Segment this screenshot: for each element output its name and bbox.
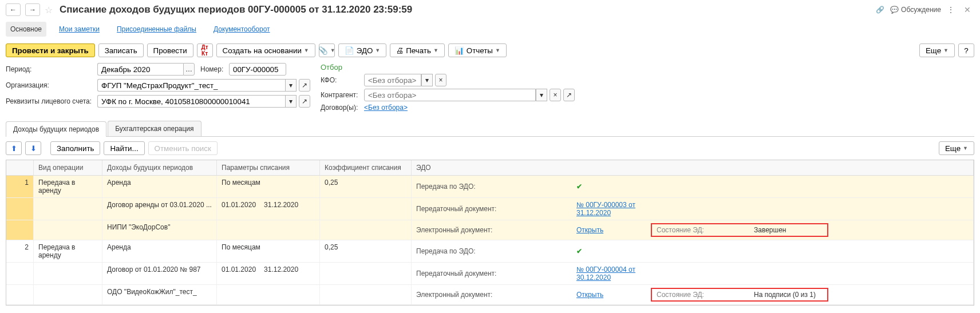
help-button[interactable]: ?	[958, 43, 974, 57]
kfo-dropdown-button[interactable]: ▾	[421, 74, 433, 86]
number-label: Номер:	[200, 65, 229, 73]
discussion-button[interactable]: 💬 Обсуждение	[890, 6, 941, 14]
period-input[interactable]	[97, 63, 183, 76]
tab-attached-files[interactable]: Присоединенные файлы	[112, 22, 201, 37]
col-coef: Коэффициент списания	[320, 160, 412, 175]
post-and-close-button[interactable]: Провести и закрыть	[6, 43, 95, 57]
counterparty-clear-button[interactable]: ×	[550, 89, 561, 101]
edo-button[interactable]: 📄 ЭДО▼	[338, 43, 386, 57]
row-number: 1	[6, 176, 34, 197]
row-date-from: 01.01.2020	[222, 201, 256, 217]
reports-button[interactable]: 📊 Отчеты▼	[448, 43, 507, 57]
row-date-to: 31.12.2020	[264, 201, 298, 217]
find-button[interactable]: Найти...	[104, 141, 144, 155]
account-input[interactable]	[97, 95, 285, 108]
e-doc-open-link[interactable]: Открыть	[576, 291, 603, 299]
transfer-doc-link[interactable]: № 00ГУ-000003 от 31.12.2020	[576, 201, 635, 217]
row-operation: Передача в аренду	[34, 240, 102, 262]
table-row[interactable]: Договор аренды от 03.01.2020 ... 01.01.2…	[6, 198, 974, 220]
org-input[interactable]	[97, 79, 285, 92]
row-coef: 0,25	[320, 240, 412, 262]
ed-state-label: Состояние ЭД:	[657, 226, 754, 234]
row-income-line: НИПИ "ЭкоДорСов"	[102, 220, 217, 240]
tab-future-incomes[interactable]: Доходы будущих периодов	[6, 121, 106, 137]
row-operation: Передача в аренду	[34, 176, 102, 197]
e-doc-label: Электронный документ:	[416, 291, 576, 299]
move-down-button[interactable]: ⬇	[25, 141, 41, 155]
ed-state-label: Состояние ЭД:	[657, 291, 754, 299]
counterparty-label: Контрагент:	[321, 91, 361, 99]
row-date-from: 01.01.2020	[222, 266, 256, 282]
attach-button[interactable]: 📎▼	[319, 43, 335, 57]
account-dropdown-button[interactable]: ▾	[285, 95, 297, 108]
tab-main[interactable]: Основное	[6, 22, 46, 37]
period-label: Период:	[6, 65, 97, 73]
move-up-button[interactable]: ⬆	[6, 141, 22, 155]
counterparty-input[interactable]	[364, 89, 536, 101]
row-coef: 0,25	[320, 176, 412, 197]
data-table: Вид операции Доходы будущих периодов Пар…	[6, 160, 974, 306]
kebab-menu-icon[interactable]: ⋮	[947, 5, 955, 14]
ed-state-box: Состояние ЭД: На подписи (0 из 1)	[651, 288, 828, 302]
transfer-doc-link[interactable]: № 00ГУ-000004 от 30.12.2020	[576, 266, 635, 282]
kfo-clear-button[interactable]: ×	[435, 74, 446, 86]
edo-checkbox-icon: ✔	[576, 247, 651, 255]
period-picker-button[interactable]: …	[183, 63, 195, 76]
save-button[interactable]: Записать	[98, 43, 144, 57]
tab-docflow[interactable]: Документооборот	[209, 22, 275, 37]
counterparty-dropdown-button[interactable]: ▾	[536, 89, 547, 101]
row-param-mode: По месяцам	[217, 240, 320, 262]
col-operation: Вид операции	[34, 160, 102, 175]
org-dropdown-button[interactable]: ▾	[285, 79, 297, 92]
reports-label: Отчеты	[467, 46, 493, 55]
close-button[interactable]: ✕	[961, 5, 974, 14]
row-income-line: Аренда	[102, 176, 217, 197]
table-row[interactable]: 1 Передача в аренду Аренда По месяцам 0,…	[6, 176, 974, 198]
kfo-input[interactable]	[364, 74, 421, 86]
number-input[interactable]	[229, 63, 286, 76]
row-income-line: ОДО "ВидеоКожЖил"_тест_	[102, 285, 217, 304]
favorite-star-icon[interactable]: ☆	[45, 5, 53, 15]
e-doc-open-link[interactable]: Открыть	[576, 226, 603, 234]
filter-title: Отбор	[321, 63, 575, 72]
table-row[interactable]: ОДО "ВидеоКожЖил"_тест_ Электронный доку…	[6, 285, 974, 305]
link-icon[interactable]: 🔗	[876, 6, 884, 14]
create-based-button[interactable]: Создать на основании▼	[216, 43, 315, 57]
edo-checkbox-icon: ✔	[576, 183, 651, 191]
tab-my-notes[interactable]: Мои заметки	[54, 22, 104, 37]
edo-transfer-label: Передача по ЭДО:	[416, 183, 576, 191]
col-number	[6, 160, 34, 175]
row-param-mode: По месяцам	[217, 176, 320, 197]
table-row[interactable]: Договор от 01.01.2020 № 987 01.01.202031…	[6, 263, 974, 285]
more-button[interactable]: Еще▼	[919, 43, 955, 57]
fill-button[interactable]: Заполнить	[50, 141, 100, 155]
discussion-label: Обсуждение	[901, 6, 941, 14]
org-open-button[interactable]: ↗	[299, 79, 310, 92]
edo-transfer-label: Передача по ЭДО:	[416, 247, 576, 255]
tab-accounting-operation[interactable]: Бухгалтерская операция	[108, 121, 201, 136]
edo-label: ЭДО	[357, 46, 373, 55]
contracts-link[interactable]: <Без отбора>	[364, 104, 408, 112]
nav-back-button[interactable]: ←	[6, 3, 21, 16]
col-params: Параметры списания	[217, 160, 320, 175]
row-income-line: Аренда	[102, 240, 217, 262]
transfer-doc-label: Передаточный документ:	[416, 205, 576, 213]
account-label: Реквизиты лицевого счета:	[6, 97, 97, 105]
org-label: Организация:	[6, 81, 97, 89]
print-label: Печать	[406, 46, 431, 55]
transfer-doc-label: Передаточный документ:	[416, 270, 576, 278]
nav-forward-button[interactable]: →	[25, 3, 40, 16]
create-based-label: Создать на основании	[223, 46, 302, 55]
kfo-label: КФО:	[321, 76, 361, 84]
print-button[interactable]: 🖨 Печать▼	[390, 43, 445, 57]
post-button[interactable]: Провести	[147, 43, 193, 57]
counterparty-open-button[interactable]: ↗	[563, 89, 575, 101]
table-row[interactable]: НИПИ "ЭкоДорСов" Электронный документ: О…	[6, 220, 974, 240]
cancel-find-button[interactable]: Отменить поиск	[148, 141, 218, 155]
account-open-button[interactable]: ↗	[299, 95, 310, 108]
dt-kt-button[interactable]: ДтКт	[197, 43, 213, 57]
table-more-button[interactable]: Еще▼	[939, 141, 974, 155]
table-row[interactable]: 2 Передача в аренду Аренда По месяцам 0,…	[6, 240, 974, 263]
e-doc-label: Электронный документ:	[416, 226, 576, 234]
table-more-label: Еще	[945, 144, 961, 153]
